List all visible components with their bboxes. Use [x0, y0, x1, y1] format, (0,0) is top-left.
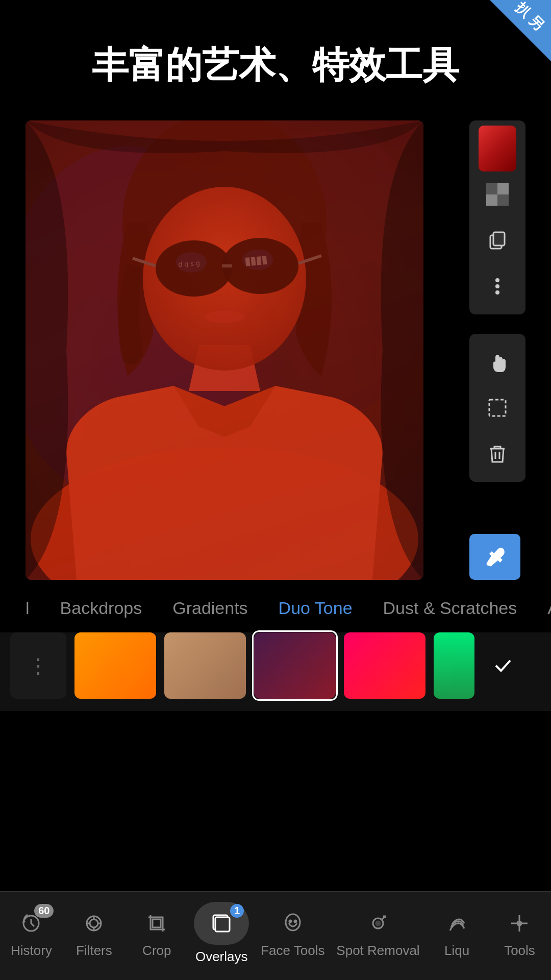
nav-label-filters: Filters [76, 943, 112, 959]
toolbar-top-section [469, 120, 525, 314]
cat-tab-backdrops[interactable]: Backdrops [45, 592, 158, 624]
nav-item-filters[interactable]: Filters [63, 908, 124, 959]
nav-label-crop: Crop [142, 943, 171, 959]
history-icon: 60 [16, 908, 46, 939]
svg-rect-27 [153, 919, 161, 927]
svg-point-34 [376, 921, 380, 925]
cat-tab-1[interactable]: l [10, 592, 45, 624]
nav-item-liqu[interactable]: Liqu [427, 908, 488, 959]
eyedropper-button[interactable] [469, 534, 520, 580]
photo-background: d q s g ▊▊▊▊ [26, 120, 423, 580]
svg-rect-29 [215, 917, 230, 932]
color-swatch-button[interactable] [472, 126, 523, 172]
swatch-tan[interactable] [164, 632, 246, 699]
nav-item-spotremoval[interactable]: Spot Removal [331, 908, 424, 959]
checkerboard-icon [486, 183, 509, 206]
selection-tool-button[interactable] [472, 385, 523, 431]
hand-tool-button[interactable] [472, 339, 523, 385]
right-toolbar [469, 120, 525, 580]
facetools-icon [278, 908, 308, 939]
cat-tab-dust[interactable]: Dust & Scratches [368, 592, 533, 624]
svg-point-31 [289, 920, 291, 922]
duplicate-icon [486, 229, 509, 252]
filters-icon [79, 908, 109, 939]
svg-point-26 [90, 919, 98, 927]
svg-rect-17 [497, 194, 509, 206]
checkmark-icon [492, 654, 514, 677]
category-tabs: l Backdrops Gradients Duo Tone Dust & Sc… [0, 580, 551, 632]
crop-icon [141, 908, 172, 939]
swatches-row: ⋮ [0, 632, 551, 711]
history-badge: 60 [34, 904, 54, 918]
swatch-green[interactable] [434, 632, 474, 699]
spotremoval-icon [363, 908, 393, 939]
page-title: 丰富的艺术、特效工具 [0, 0, 551, 120]
liqu-icon [442, 908, 472, 939]
canvas-area: d q s g ▊▊▊▊ [26, 120, 525, 580]
svg-point-30 [286, 914, 300, 930]
duplicate-button[interactable] [472, 217, 523, 263]
overlays-badge: 1 [230, 904, 244, 918]
svg-point-32 [294, 920, 296, 922]
overlays-icon: 1 [206, 908, 237, 939]
photo-container: d q s g ▊▊▊▊ [26, 120, 423, 580]
cat-tab-duotone[interactable]: Duo Tone [263, 592, 368, 624]
swatch-duotone-dark[interactable] [254, 632, 336, 699]
swatch-pink[interactable] [344, 632, 425, 699]
more-options-button[interactable] [472, 263, 523, 309]
nav-item-tools[interactable]: Tools [489, 908, 550, 959]
cat-tab-gradients[interactable]: Gradients [157, 592, 263, 624]
svg-rect-16 [486, 194, 497, 206]
trash-icon [486, 443, 509, 465]
nav-label-overlays: Overlays [195, 949, 248, 965]
more-options-icon [486, 275, 509, 298]
main-content: 扒 另 丰富的艺术、特效工具 [0, 0, 551, 803]
delete-button[interactable] [472, 431, 523, 477]
cat-tab-all[interactable]: All [532, 592, 551, 624]
bottom-navigation: 60 History Filters Crop [0, 891, 551, 980]
nav-label-liqu: Liqu [444, 943, 469, 959]
svg-rect-15 [497, 183, 509, 194]
eyedropper-icon [484, 546, 506, 568]
svg-rect-14 [486, 183, 497, 194]
svg-rect-13 [26, 120, 423, 580]
person-illustration: d q s g ▊▊▊▊ [26, 120, 423, 580]
toolbar-mid-section [469, 334, 525, 482]
nav-item-facetools[interactable]: Face Tools [256, 908, 330, 959]
checkerboard-button[interactable] [472, 172, 523, 217]
swatch-confirm-button[interactable] [483, 632, 523, 699]
svg-rect-23 [489, 400, 506, 416]
swatch-more-button[interactable]: ⋮ [10, 632, 66, 699]
svg-point-20 [495, 278, 499, 282]
nav-label-history: History [11, 943, 52, 959]
tools-icon [504, 908, 535, 939]
nav-item-crop[interactable]: Crop [126, 908, 187, 959]
selection-icon [486, 397, 509, 419]
nav-label-facetools: Face Tools [261, 943, 324, 959]
svg-point-22 [495, 290, 499, 295]
svg-rect-19 [493, 232, 505, 246]
hand-icon [486, 351, 509, 373]
nav-item-history[interactable]: 60 History [1, 908, 62, 959]
nav-label-tools: Tools [504, 943, 535, 959]
nav-item-overlays[interactable]: 1 Overlays [189, 902, 254, 965]
swatch-orange[interactable] [74, 632, 156, 699]
svg-point-21 [495, 284, 499, 288]
nav-label-spotremoval: Spot Removal [336, 943, 419, 959]
